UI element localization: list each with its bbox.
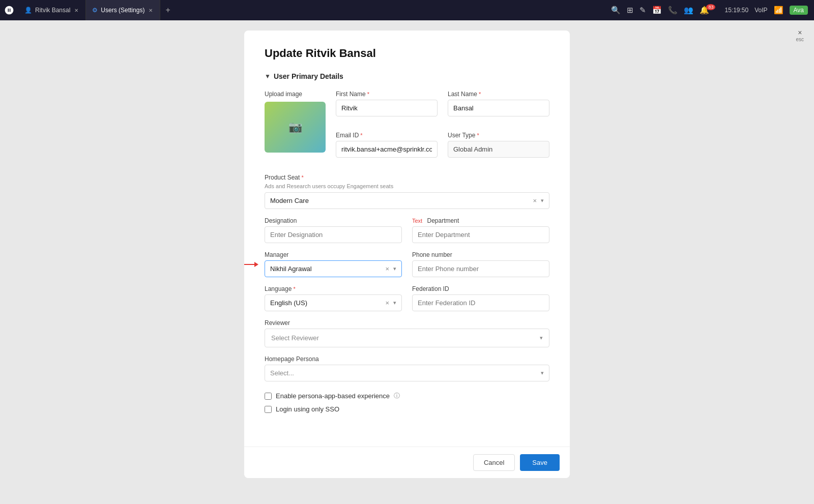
topbar: 👤 Ritvik Bansal ✕ ⚙ Users (Settings) ✕ +… [0,0,814,20]
product-seat-chevron-icon: ▾ [541,197,544,204]
app-logo [4,5,14,15]
first-name-group: First Name * [336,91,438,116]
group-icon[interactable]: 👥 [684,6,693,15]
product-seat-clear-icon[interactable]: × [533,197,537,204]
close-icon: × [798,28,802,37]
homepage-persona-placeholder: Select... [270,369,294,377]
tab-close-settings[interactable]: ✕ [148,7,154,14]
add-tab-button[interactable]: + [160,0,175,20]
manager-label: Manager [265,251,402,258]
language-value: English (US) [270,299,307,307]
first-name-input[interactable] [336,100,438,116]
last-name-label: Last Name * [448,91,549,98]
arrow-line [244,264,254,265]
main-content: × esc Update Ritvik Bansal ▼ User Primar… [0,20,814,504]
tab-users-settings[interactable]: ⚙ Users (Settings) ✕ [86,0,160,20]
section-chevron-icon: ▼ [265,73,271,80]
department-label: Text Department [412,217,549,224]
product-seat-hint: Ads and Research users occupy Engagement… [265,183,549,189]
language-federation-row: Language * English (US) × ▾ Federation I… [265,285,549,311]
language-chevron-icon: ▾ [393,300,396,306]
language-required: * [293,286,295,292]
email-input[interactable] [336,141,438,158]
homepage-persona-select[interactable]: Select... ▾ [265,365,549,381]
edit-icon[interactable]: ✎ [639,6,646,15]
tab-label-settings: Users (Settings) [101,7,144,14]
manager-clear-icon[interactable]: × [385,265,389,273]
product-seat-select[interactable]: Modern Care × ▾ [265,192,549,209]
enable-persona-checkbox[interactable] [265,393,272,400]
close-button[interactable]: × esc [796,28,804,42]
phone-icon[interactable]: 📞 [668,6,678,15]
department-input[interactable] [412,226,549,243]
product-seat-section: Product Seat * Ads and Research users oc… [265,174,549,209]
enable-persona-checkbox-row[interactable]: Enable persona-app-based experience ⓘ [265,392,549,400]
wifi-icon: 📶 [774,6,783,15]
tab-close-ritvik[interactable]: ✕ [73,7,79,14]
voip-label: VoIP [754,7,767,14]
grid-icon[interactable]: ⊞ [627,6,633,15]
first-name-label: First Name * [336,91,438,98]
arrow-indicator [244,262,258,267]
panel-title: Update Ritvik Bansal [265,47,549,60]
calendar-icon[interactable]: 📅 [652,6,662,15]
enable-persona-label: Enable persona-app-based experience [276,392,390,400]
arrow-head [254,262,258,267]
upload-fields: First Name * Last Name * [336,91,549,166]
phone-input[interactable] [412,260,549,277]
product-seat-required: * [301,174,303,181]
phone-label: Phone number [412,251,549,258]
designation-department-row: Designation Text Department [265,217,549,243]
info-icon[interactable]: ⓘ [394,392,400,400]
login-sso-checkbox-row[interactable]: Login using only SSO [265,405,549,413]
language-select[interactable]: English (US) × ▾ [265,294,402,311]
section-label: User Primary Details [274,72,343,80]
user-type-label: User Type * [448,132,549,139]
manager-value: Nikhil Agrawal [270,265,312,273]
reviewer-chevron-icon: ▾ [540,335,543,341]
email-required: * [360,132,362,138]
user-type-required: * [477,132,479,138]
last-name-input[interactable] [448,100,549,116]
upload-section: Upload image 📷 First Name * [265,91,549,166]
login-sso-label: Login using only SSO [276,405,339,413]
bell-icon[interactable]: 🔔83 [700,6,718,15]
federation-input[interactable] [412,294,549,311]
product-seat-value: Modern Care [270,197,309,204]
manager-select[interactable]: Nikhil Agrawal × ▾ [265,260,402,277]
user-type-input [448,141,549,158]
time-display: 15:19:50 [724,7,748,14]
save-button[interactable]: Save [520,454,560,471]
name-row: First Name * Last Name * [336,91,549,116]
tab-ritvik-bansal[interactable]: 👤 Ritvik Bansal ✕ [18,0,86,20]
footer-buttons: Cancel Save [244,447,570,478]
manager-phone-row: Manager Nikhil Agrawal × ▾ Phone number [265,251,549,277]
federation-label: Federation ID [412,285,549,292]
designation-label: Designation [265,217,402,224]
reviewer-label: Reviewer [265,319,549,327]
user-type-group: User Type * [448,132,549,158]
email-usertype-row: Email ID * User Type * [336,132,549,158]
product-seat-label: Product Seat * [265,174,549,181]
phone-group: Phone number [412,251,549,277]
notification-badge: 83 [706,4,715,10]
upload-image-box[interactable]: 📷 [265,102,326,153]
cancel-button[interactable]: Cancel [473,454,515,471]
user-icon: 👤 [24,7,32,14]
user-avatar[interactable]: Ava [790,6,808,15]
esc-label: esc [796,37,804,42]
tabs-area: 👤 Ritvik Bansal ✕ ⚙ Users (Settings) ✕ + [18,0,605,20]
last-name-required: * [479,91,481,97]
homepage-persona-chevron-icon: ▾ [541,370,544,376]
topbar-right: 🔍 ⊞ ✎ 📅 📞 👥 🔔83 15:19:50 VoIP 📶 Ava [605,6,814,15]
reviewer-group: Reviewer Select Reviewer ▾ [265,319,549,347]
designation-input[interactable] [265,226,402,243]
tab-label: Ritvik Bansal [35,7,70,14]
department-group: Text Department [412,217,549,243]
language-clear-icon[interactable]: × [385,299,389,307]
login-sso-checkbox[interactable] [265,406,272,413]
reviewer-select[interactable]: Select Reviewer ▾ [265,329,549,347]
homepage-persona-label: Homepage Persona [265,355,549,363]
last-name-group: Last Name * [448,91,549,116]
search-icon[interactable]: 🔍 [611,6,621,15]
